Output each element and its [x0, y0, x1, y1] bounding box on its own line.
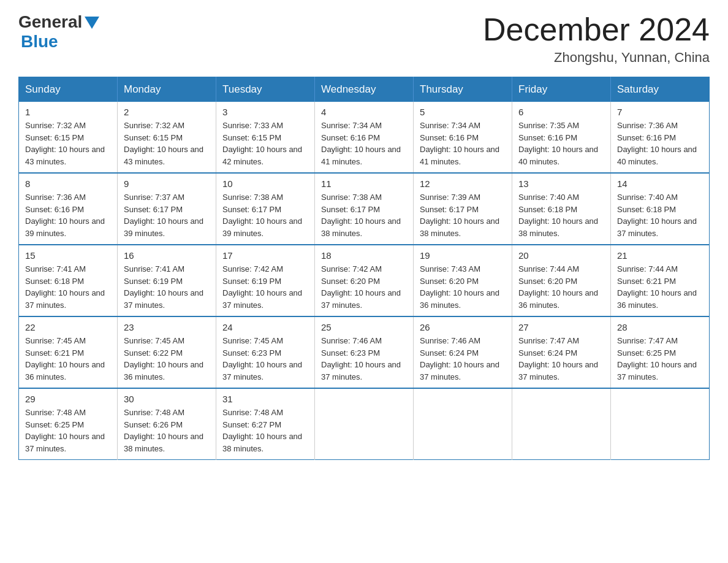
- calendar-cell: 12 Sunrise: 7:39 AMSunset: 6:17 PMDaylig…: [414, 173, 512, 245]
- day-number: 29: [25, 394, 111, 404]
- day-info: Sunrise: 7:32 AMSunset: 6:15 PMDaylight:…: [25, 120, 111, 167]
- calendar-cell: 19 Sunrise: 7:43 AMSunset: 6:20 PMDaylig…: [414, 245, 512, 316]
- day-number: 26: [420, 322, 506, 332]
- calendar-cell: 14 Sunrise: 7:40 AMSunset: 6:18 PMDaylig…: [611, 173, 710, 245]
- calendar-cell: 26 Sunrise: 7:46 AMSunset: 6:24 PMDaylig…: [414, 316, 512, 388]
- calendar-cell: 22 Sunrise: 7:45 AMSunset: 6:21 PMDaylig…: [19, 316, 118, 388]
- calendar-week-2: 8 Sunrise: 7:36 AMSunset: 6:16 PMDayligh…: [19, 173, 710, 245]
- calendar-cell: 3 Sunrise: 7:33 AMSunset: 6:15 PMDayligh…: [216, 102, 315, 173]
- day-number: 11: [321, 178, 407, 189]
- header-friday: Friday: [512, 77, 611, 102]
- day-number: 28: [617, 322, 703, 332]
- day-info: Sunrise: 7:45 AMSunset: 6:21 PMDaylight:…: [25, 335, 111, 383]
- day-number: 5: [420, 107, 506, 117]
- calendar-table: Sunday Monday Tuesday Wednesday Thursday…: [18, 77, 710, 460]
- calendar-cell: [611, 388, 710, 460]
- location-subtitle: Zhongshu, Yunnan, China: [483, 50, 710, 66]
- day-number: 27: [518, 322, 604, 332]
- day-info: Sunrise: 7:47 AMSunset: 6:24 PMDaylight:…: [518, 335, 604, 383]
- calendar-cell: 9 Sunrise: 7:37 AMSunset: 6:17 PMDayligh…: [118, 173, 216, 245]
- calendar-cell: 31 Sunrise: 7:48 AMSunset: 6:27 PMDaylig…: [216, 388, 315, 460]
- day-info: Sunrise: 7:41 AMSunset: 6:18 PMDaylight:…: [25, 263, 111, 311]
- calendar-cell: 27 Sunrise: 7:47 AMSunset: 6:24 PMDaylig…: [512, 316, 611, 388]
- day-number: 23: [124, 322, 210, 332]
- calendar-cell: 17 Sunrise: 7:42 AMSunset: 6:19 PMDaylig…: [216, 245, 315, 316]
- day-info: Sunrise: 7:38 AMSunset: 6:17 PMDaylight:…: [222, 191, 308, 239]
- day-info: Sunrise: 7:48 AMSunset: 6:25 PMDaylight:…: [25, 407, 111, 454]
- day-number: 4: [321, 107, 407, 117]
- calendar-cell: 6 Sunrise: 7:35 AMSunset: 6:16 PMDayligh…: [512, 102, 611, 173]
- weekday-header-row: Sunday Monday Tuesday Wednesday Thursday…: [19, 77, 710, 102]
- calendar-cell: [414, 388, 512, 460]
- day-number: 12: [420, 178, 506, 189]
- calendar-cell: 18 Sunrise: 7:42 AMSunset: 6:20 PMDaylig…: [315, 245, 414, 316]
- day-info: Sunrise: 7:40 AMSunset: 6:18 PMDaylight:…: [518, 191, 604, 239]
- day-info: Sunrise: 7:36 AMSunset: 6:16 PMDaylight:…: [25, 191, 111, 239]
- day-info: Sunrise: 7:45 AMSunset: 6:23 PMDaylight:…: [222, 335, 308, 383]
- day-info: Sunrise: 7:47 AMSunset: 6:25 PMDaylight:…: [617, 335, 703, 383]
- header-sunday: Sunday: [19, 77, 118, 102]
- day-number: 20: [518, 250, 604, 261]
- calendar-cell: 24 Sunrise: 7:45 AMSunset: 6:23 PMDaylig…: [216, 316, 315, 388]
- day-info: Sunrise: 7:44 AMSunset: 6:20 PMDaylight:…: [518, 263, 604, 311]
- calendar-week-5: 29 Sunrise: 7:48 AMSunset: 6:25 PMDaylig…: [19, 388, 710, 460]
- day-info: Sunrise: 7:39 AMSunset: 6:17 PMDaylight:…: [420, 191, 506, 239]
- calendar-cell: [315, 388, 414, 460]
- day-info: Sunrise: 7:41 AMSunset: 6:19 PMDaylight:…: [124, 263, 210, 311]
- calendar-cell: 25 Sunrise: 7:46 AMSunset: 6:23 PMDaylig…: [315, 316, 414, 388]
- day-number: 25: [321, 322, 407, 332]
- day-number: 24: [222, 322, 308, 332]
- day-info: Sunrise: 7:40 AMSunset: 6:18 PMDaylight:…: [617, 191, 703, 239]
- page-header: General Blue December 2024 Zhongshu, Yun…: [18, 12, 710, 66]
- calendar-cell: 1 Sunrise: 7:32 AMSunset: 6:15 PMDayligh…: [19, 102, 118, 173]
- logo-blue-text: Blue: [21, 32, 58, 51]
- calendar-cell: 15 Sunrise: 7:41 AMSunset: 6:18 PMDaylig…: [19, 245, 118, 316]
- day-number: 31: [222, 394, 308, 404]
- title-section: December 2024 Zhongshu, Yunnan, China: [483, 12, 710, 66]
- calendar-cell: 16 Sunrise: 7:41 AMSunset: 6:19 PMDaylig…: [118, 245, 216, 316]
- day-number: 14: [617, 178, 703, 189]
- day-info: Sunrise: 7:48 AMSunset: 6:26 PMDaylight:…: [124, 407, 210, 454]
- day-info: Sunrise: 7:35 AMSunset: 6:16 PMDaylight:…: [518, 120, 604, 167]
- header-thursday: Thursday: [414, 77, 512, 102]
- day-info: Sunrise: 7:45 AMSunset: 6:22 PMDaylight:…: [124, 335, 210, 383]
- day-number: 10: [222, 178, 308, 189]
- day-number: 22: [25, 322, 111, 332]
- calendar-cell: [512, 388, 611, 460]
- day-number: 13: [518, 178, 604, 189]
- day-info: Sunrise: 7:44 AMSunset: 6:21 PMDaylight:…: [617, 263, 703, 311]
- header-saturday: Saturday: [611, 77, 710, 102]
- day-number: 30: [124, 394, 210, 404]
- day-info: Sunrise: 7:34 AMSunset: 6:16 PMDaylight:…: [420, 120, 506, 167]
- day-number: 7: [617, 107, 703, 117]
- day-info: Sunrise: 7:46 AMSunset: 6:23 PMDaylight:…: [321, 335, 407, 383]
- calendar-cell: 2 Sunrise: 7:32 AMSunset: 6:15 PMDayligh…: [118, 102, 216, 173]
- day-number: 9: [124, 178, 210, 189]
- calendar-cell: 5 Sunrise: 7:34 AMSunset: 6:16 PMDayligh…: [414, 102, 512, 173]
- day-number: 18: [321, 250, 407, 261]
- header-tuesday: Tuesday: [216, 77, 315, 102]
- logo: General Blue: [18, 12, 100, 52]
- header-monday: Monday: [118, 77, 216, 102]
- day-number: 3: [222, 107, 308, 117]
- day-info: Sunrise: 7:32 AMSunset: 6:15 PMDaylight:…: [124, 120, 210, 167]
- calendar-cell: 11 Sunrise: 7:38 AMSunset: 6:17 PMDaylig…: [315, 173, 414, 245]
- day-number: 15: [25, 250, 111, 261]
- day-number: 21: [617, 250, 703, 261]
- day-number: 1: [25, 107, 111, 117]
- calendar-cell: 8 Sunrise: 7:36 AMSunset: 6:16 PMDayligh…: [19, 173, 118, 245]
- calendar-cell: 30 Sunrise: 7:48 AMSunset: 6:26 PMDaylig…: [118, 388, 216, 460]
- calendar-cell: 21 Sunrise: 7:44 AMSunset: 6:21 PMDaylig…: [611, 245, 710, 316]
- day-info: Sunrise: 7:36 AMSunset: 6:16 PMDaylight:…: [617, 120, 703, 167]
- month-title: December 2024: [483, 12, 710, 47]
- day-number: 8: [25, 178, 111, 189]
- day-info: Sunrise: 7:34 AMSunset: 6:16 PMDaylight:…: [321, 120, 407, 167]
- calendar-cell: 29 Sunrise: 7:48 AMSunset: 6:25 PMDaylig…: [19, 388, 118, 460]
- calendar-cell: 13 Sunrise: 7:40 AMSunset: 6:18 PMDaylig…: [512, 173, 611, 245]
- logo-general-text: General: [18, 12, 82, 32]
- day-info: Sunrise: 7:42 AMSunset: 6:20 PMDaylight:…: [321, 263, 407, 311]
- day-number: 6: [518, 107, 604, 117]
- calendar-cell: 4 Sunrise: 7:34 AMSunset: 6:16 PMDayligh…: [315, 102, 414, 173]
- day-info: Sunrise: 7:46 AMSunset: 6:24 PMDaylight:…: [420, 335, 506, 383]
- day-number: 2: [124, 107, 210, 117]
